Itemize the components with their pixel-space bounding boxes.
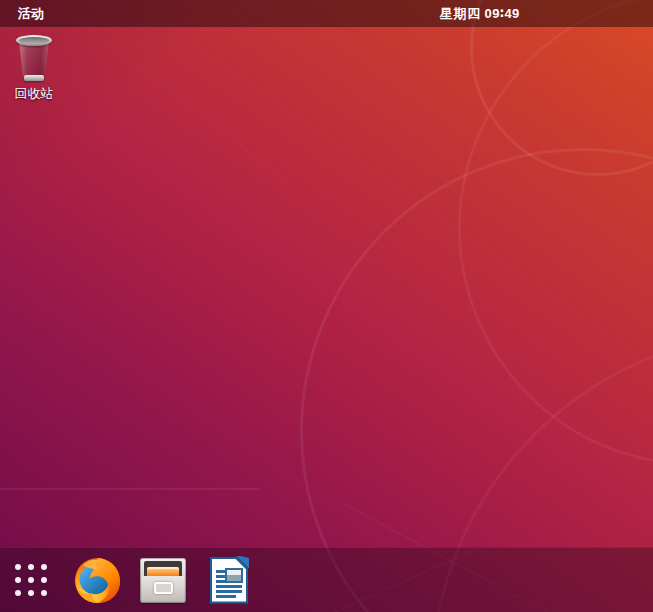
trash-label: 回收站 [15, 85, 54, 103]
dock-item-show-applications[interactable] [7, 556, 55, 604]
writer-text-line [216, 585, 242, 588]
file-cabinet-icon [140, 558, 186, 603]
dock-item-libreoffice-writer[interactable] [205, 556, 253, 604]
app-grid-icon [15, 564, 47, 596]
dock-item-firefox[interactable] [73, 556, 121, 604]
firefox-icon [74, 557, 121, 604]
clock-button[interactable]: 星期四 09∶49 [440, 0, 520, 27]
activities-button[interactable]: 活动 [14, 3, 48, 25]
trash-can-rim [16, 35, 52, 46]
desktop-wallpaper: 活动 星期四 09∶49 回收站 [0, 0, 653, 612]
cabinet-handle [154, 582, 173, 594]
writer-text-line [216, 590, 242, 593]
wallpaper-line [0, 488, 260, 490]
cabinet-front [142, 576, 184, 601]
writer-text-line [216, 595, 236, 598]
trash-can-base [24, 75, 44, 81]
writer-document-icon [210, 557, 248, 604]
top-panel: 活动 星期四 09∶49 [0, 0, 653, 27]
dock [0, 547, 653, 612]
cabinet-folders [147, 567, 179, 576]
trash-can-body [18, 41, 50, 77]
desktop-trash-shortcut[interactable]: 回收站 [7, 31, 61, 103]
writer-image-thumb [225, 568, 243, 583]
cabinet-open-drawer [144, 561, 182, 576]
trash-can-icon [11, 31, 57, 81]
dock-item-files[interactable] [139, 556, 187, 604]
